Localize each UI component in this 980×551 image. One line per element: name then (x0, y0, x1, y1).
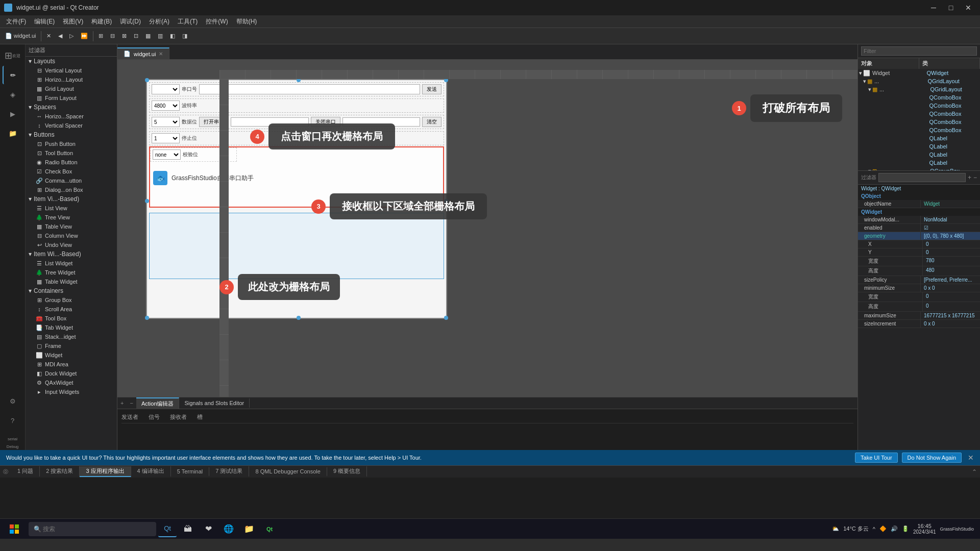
take-ui-tour-button[interactable]: Take UI Tour (855, 453, 898, 463)
tree-item-grid2[interactable]: ▾ ▦ ... QGridLayout (858, 85, 980, 93)
sidebar-item-list-view[interactable]: ☰List View (26, 204, 117, 213)
toolbar-layout-2[interactable]: ⊟ (107, 31, 118, 41)
plus-icon[interactable]: + (117, 399, 127, 407)
prop-x[interactable]: X 0 (858, 240, 980, 248)
sidebar-section-spacers[interactable]: ▾ Spacers (26, 103, 117, 112)
sidebar-item-mdi-area[interactable]: ⊞MDI Area (26, 360, 117, 369)
tree-item-combo5[interactable]: QComboBox (858, 126, 980, 134)
taskbar-icon-1[interactable]: 🏔 (179, 521, 197, 537)
tree-item-grid1[interactable]: ▾ ▦ ... QGridLayout (858, 77, 980, 85)
toolbar-layout-6[interactable]: ▥ (155, 31, 166, 41)
bottom-tab-signals[interactable]: Signals and Slots Editor (179, 398, 250, 408)
prop-enabled[interactable]: enabled ☑ (858, 224, 980, 232)
menu-edit[interactable]: 编辑(E) (30, 16, 59, 28)
console-tab-1[interactable]: 1 问题 (11, 466, 40, 477)
sidebar-item-scroll-area[interactable]: ↕Scroll Area (26, 305, 117, 314)
prop-value-minheight[interactable]: 0 (923, 302, 980, 311)
console-tab-9[interactable]: 9 概要信息 (327, 466, 367, 477)
sidebar-item-list-widget[interactable]: ☰List Widget (26, 259, 117, 268)
activity-debug-label[interactable]: Debug (6, 443, 20, 450)
tree-item-combo1[interactable]: QComboBox (858, 93, 980, 102)
sidebar-item-command-link[interactable]: 🔗Comma...utton (26, 176, 117, 185)
sidebar-item-tree-widget[interactable]: 🌲Tree Widget (26, 268, 117, 277)
sidebar-item-tool-button[interactable]: ⊡Tool Button (26, 148, 117, 158)
sidebar-item-dock-widget[interactable]: ◧Dock Widget (26, 369, 117, 378)
sidebar-item-vertical-spacer[interactable]: ↕Vertical Spacer (26, 121, 117, 130)
sidebar-item-tree-view[interactable]: 🌲Tree View (26, 213, 117, 222)
sidebar-section-containers[interactable]: ▾ Containers (26, 286, 117, 295)
prop-minwidth[interactable]: 宽度 0 (858, 292, 980, 302)
close-tab-icon[interactable]: ✕ (159, 51, 163, 57)
sidebar-item-table-widget[interactable]: ▦Table Widget (26, 277, 117, 286)
toolbar-layout-7[interactable]: ◧ (167, 31, 178, 41)
prop-group-qwidget[interactable]: QWidget (858, 208, 980, 216)
toolbar-layout-5[interactable]: ▦ (142, 31, 154, 41)
prop-value-geometry[interactable]: [(0, 0), 780 x 480] (921, 232, 980, 240)
prop-sizepolicy[interactable]: sizePolicy [Preferred, Preferre... (858, 276, 980, 284)
tree-item-widget[interactable]: ▾ ⬜ Widget QWidget (858, 69, 980, 77)
prop-value-minwidth[interactable]: 0 (923, 292, 980, 302)
tree-item-label3[interactable]: QLabel (858, 151, 980, 159)
combo-parity[interactable]: none (153, 149, 181, 160)
sidebar-item-check-box[interactable]: ☑Check Box (26, 167, 117, 176)
sidebar-item-horizontal-spacer[interactable]: ↔Horizo...Spacer (26, 112, 117, 121)
props-remove-icon[interactable]: − (973, 174, 977, 181)
close-button[interactable]: ✕ (961, 3, 976, 13)
console-tab-3[interactable]: 3 应用程序输出 (80, 466, 131, 477)
toolbar-breadcrumb[interactable]: 📄 widget.ui (2, 31, 39, 41)
prop-value-x[interactable]: 0 (923, 240, 980, 248)
console-tab-2[interactable]: 2 搜索结果 (40, 466, 80, 477)
sidebar-item-push-button[interactable]: ⊡Push Button (26, 139, 117, 148)
activity-debug[interactable]: ▶ (3, 105, 23, 123)
activity-settings[interactable]: ⚙ (3, 392, 23, 410)
toolbar-btn-3[interactable]: ▷ (66, 31, 77, 41)
btn-send[interactable]: 发送 (422, 84, 442, 94)
toolbar-layout-1[interactable]: ⊞ (95, 31, 106, 41)
menu-debug[interactable]: 调试(D) (116, 16, 145, 28)
sidebar-item-undo-view[interactable]: ↩Undo View (26, 240, 117, 249)
console-plus-icon[interactable]: ⓪ (0, 467, 11, 477)
prop-objectname[interactable]: objectName Widget (858, 200, 980, 208)
prop-width[interactable]: 宽度 780 (858, 257, 980, 266)
combo-data[interactable]: 5 (152, 117, 180, 127)
sidebar-item-tool-box[interactable]: 🧰Tool Box (26, 314, 117, 323)
editor-tab-widget-ui[interactable]: 📄 widget.ui ✕ (117, 47, 169, 59)
sidebar-section-item-views[interactable]: ▾ Item Vi...-Based) (26, 194, 117, 204)
prop-value-minimumsize[interactable]: 0 x 0 (921, 284, 980, 292)
prop-value-windowmodal[interactable]: NonModal (921, 216, 980, 223)
prop-value-sizepolicy[interactable]: [Preferred, Preferre... (921, 276, 980, 284)
activity-design[interactable]: ◈ (3, 85, 23, 104)
tree-item-label2[interactable]: QLabel (858, 142, 980, 151)
menu-build[interactable]: 构建(B) (87, 16, 116, 28)
tree-item-label1[interactable]: QLabel (858, 134, 980, 142)
activity-welcome[interactable]: ⊞ 欢迎 (3, 46, 23, 65)
toolbar-btn-4[interactable]: ⏩ (78, 31, 91, 41)
console-expand-icon[interactable]: ⌃ (969, 467, 980, 477)
menu-analyze[interactable]: 分析(A) (145, 16, 174, 28)
taskbar-icon-edge[interactable]: 🌐 (219, 521, 238, 537)
tour-close-icon[interactable]: ✕ (968, 454, 974, 462)
prop-value-height[interactable]: 480 (923, 266, 980, 276)
toolbar-layout-4[interactable]: ⊡ (131, 31, 141, 41)
taskbar-search-input[interactable] (29, 522, 156, 536)
prop-group-qobject[interactable]: QObject (858, 192, 980, 200)
toolbar-layout-8[interactable]: ◨ (179, 31, 190, 41)
receive-area[interactable] (149, 213, 444, 279)
activity-project[interactable]: 📁 (3, 124, 23, 142)
sidebar-item-frame[interactable]: ▢Frame (26, 341, 117, 350)
sidebar-item-tab-widget[interactable]: 📑Tab Widget (26, 323, 117, 332)
sidebar-item-stacked-widget[interactable]: ▤Stack...idget (26, 332, 117, 341)
toolbar-btn-1[interactable]: ✕ (43, 31, 54, 41)
prop-windowmodal[interactable]: windowModal... NonModal (858, 216, 980, 224)
sidebar-item-radio-button[interactable]: ◉Radio Button (26, 158, 117, 167)
minus-icon[interactable]: − (127, 399, 136, 407)
sidebar-item-widget[interactable]: ⬜Widget (26, 350, 117, 360)
menu-file[interactable]: 文件(F) (2, 16, 30, 28)
sidebar-item-column-view[interactable]: ⊟Column View (26, 231, 117, 240)
prop-minheight[interactable]: 高度 0 (858, 302, 980, 312)
sidebar-item-group-box[interactable]: ⊞Group Box (26, 295, 117, 305)
prop-sizeincrement[interactable]: sizeIncrement 0 x 0 (858, 320, 980, 328)
sidebar-section-buttons[interactable]: ▾ Buttons (26, 130, 117, 139)
combo-stop[interactable]: 1 (152, 133, 180, 143)
console-tab-8[interactable]: 8 QML Debugger Console (249, 467, 327, 477)
